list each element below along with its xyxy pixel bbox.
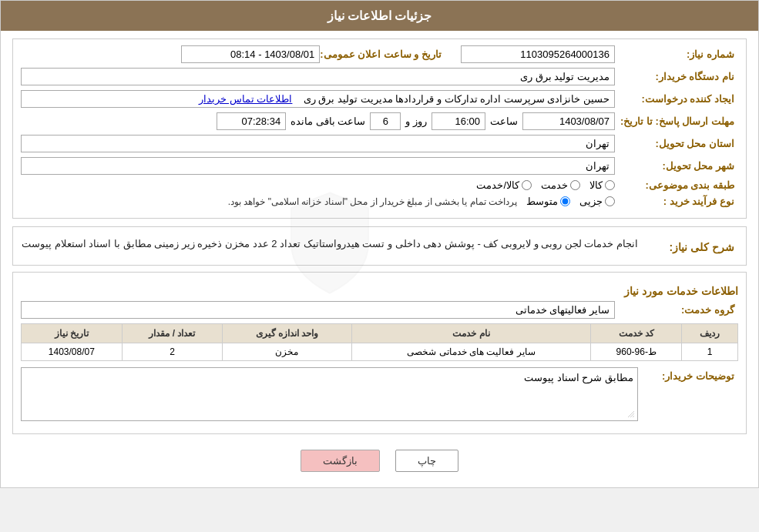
svg-line-2	[633, 416, 634, 417]
city-label: شهر محل تحویل:	[615, 160, 738, 172]
cell-unit: مخزن	[223, 343, 351, 361]
purchase-jozii-radio[interactable]	[605, 196, 615, 206]
city-row: شهر محل تحویل: تهران	[21, 157, 738, 175]
category-row: طبقه بندی موضوعی: کالا خدمت کالا/خدمت	[21, 179, 738, 191]
category-kala-radio[interactable]	[605, 180, 615, 190]
city-value: تهران	[21, 157, 615, 175]
buttons-row: چاپ بازگشت	[12, 442, 747, 480]
purchase-jozii-label: جزیی	[579, 196, 603, 207]
response-date-label: مهلت ارسال پاسخ: تا تاریخ:	[615, 115, 738, 127]
response-days-value: 6	[370, 112, 401, 130]
purchase-motovaset-label: متوسط	[526, 196, 558, 207]
buyer-desc-label: توضیحات خریدار:	[638, 367, 738, 382]
col-header-code: کد خدمت	[591, 324, 682, 343]
province-value: تهران	[21, 135, 615, 152]
purchase-motovaset-radio[interactable]	[560, 196, 570, 206]
narration-label: شرح کلی نیاز:	[638, 241, 738, 253]
province-label: استان محل تحویل:	[615, 138, 738, 149]
cell-date: 1403/08/07	[22, 343, 123, 361]
need-number-label: شماره نیاز:	[615, 49, 738, 60]
creator-label: ایجاد کننده درخواست:	[615, 93, 738, 105]
cell-name: سایر فعالیت های خدماتی شخصی	[351, 343, 591, 361]
buyer-org-value: مدیریت تولید برق ری	[21, 68, 615, 85]
service-group-label: گروه خدمت:	[615, 304, 738, 316]
service-info-title: اطلاعات خدمات مورد نیاز	[21, 285, 738, 297]
content-area: شماره نیاز: 1103095264000136 تاریخ و ساع…	[1, 31, 758, 487]
narration-text: انجام خدمات لجن روبی و لایروبی کف - پوشش…	[21, 235, 638, 253]
back-button[interactable]: بازگشت	[301, 450, 380, 472]
cell-row: 1	[682, 343, 738, 361]
response-time-value: 16:00	[432, 112, 485, 130]
date-label: تاریخ و ساعت اعلان عمومی:	[320, 49, 445, 60]
response-date-group: 1403/08/07 ساعت 16:00 روز و 6 ساعت باقی …	[21, 112, 615, 130]
col-header-unit: واحد اندازه گیری	[223, 324, 351, 343]
print-button[interactable]: چاپ	[395, 450, 458, 472]
response-date-value: 1403/08/07	[522, 112, 615, 130]
category-radio-group: کالا خدمت کالا/خدمت	[21, 179, 615, 191]
main-form-section: شماره نیاز: 1103095264000136 تاریخ و ساع…	[12, 38, 747, 219]
category-kala-label: کالا	[589, 179, 603, 191]
purchase-motovaset-option[interactable]: متوسط	[526, 196, 570, 207]
service-group-value: سایر فعالیتهای خدماتی	[21, 301, 615, 319]
category-khedmat-label: خدمت	[541, 179, 568, 191]
need-number-row: شماره نیاز: 1103095264000136 تاریخ و ساع…	[21, 45, 738, 63]
response-remaining-label: ساعت باقی مانده	[291, 115, 365, 127]
category-khedmat-radio[interactable]	[570, 180, 580, 190]
buyer-org-row: نام دستگاه خریدار: مدیریت تولید برق ری	[21, 68, 738, 85]
page-container: جزئیات اطلاعات نیاز شماره نیاز: 11030952…	[0, 0, 759, 488]
response-remaining-value: 07:28:34	[217, 112, 286, 130]
service-info-section: اطلاعات خدمات مورد نیاز گروه خدمت: سایر …	[12, 272, 747, 434]
service-group-row: گروه خدمت: سایر فعالیتهای خدماتی	[21, 301, 738, 319]
category-khedmat-option[interactable]: خدمت	[541, 179, 580, 191]
service-table: ردیف کد خدمت نام خدمت واحد اندازه گیری ت…	[21, 323, 738, 361]
cell-count: 2	[122, 343, 223, 361]
creator-name-text: حسین خانزادی سرپرست اداره تداركات و قرار…	[304, 93, 610, 105]
buyer-org-label: نام دستگاه خریدار:	[615, 71, 738, 82]
creator-row: ایجاد کننده درخواست: حسین خانزادی سرپرست…	[21, 90, 738, 108]
purchase-note: پرداخت تمام یا بخشی از مبلغ خریدار از مح…	[21, 196, 517, 207]
response-date-row: مهلت ارسال پاسخ: تا تاریخ: 1403/08/07 سا…	[21, 112, 738, 130]
page-title: جزئیات اطلاعات نیاز	[327, 9, 432, 22]
need-number-value: 1103095264000136	[461, 45, 615, 63]
creator-name: حسین خانزادی سرپرست اداره تداركات و قرار…	[21, 90, 615, 108]
purchase-type-row: نوع فرآیند خرید : جزیی متوسط پرداخت تمام…	[21, 196, 738, 207]
category-kala-khedmat-radio[interactable]	[522, 180, 532, 190]
category-kala-khedmat-option[interactable]: کالا/خدمت	[476, 179, 532, 191]
response-time-label: ساعت	[490, 115, 518, 127]
col-header-date: تاریخ نیاز	[22, 324, 123, 343]
cell-code: ط-96-960	[591, 343, 682, 361]
col-header-row: ردیف	[682, 324, 738, 343]
buyer-desc-value: مطابق شرح اسناد پیوست	[25, 372, 633, 383]
table-row: 1 ط-96-960 سایر فعالیت های خدماتی شخصی م…	[22, 343, 738, 361]
buyer-desc-box: توضیحات خریدار: مطابق شرح اسناد پیوست	[21, 367, 738, 421]
creator-link[interactable]: اطلاعات تماس خریدار	[199, 93, 292, 105]
purchase-type-label: نوع فرآیند خرید :	[615, 196, 738, 207]
page-header: جزئیات اطلاعات نیاز	[1, 1, 758, 31]
response-days-label: روز و	[405, 115, 427, 127]
purchase-jozii-option[interactable]: جزیی	[579, 196, 615, 207]
col-header-name: نام خدمت	[351, 324, 591, 343]
category-label: طبقه بندی موضوعی:	[615, 179, 738, 191]
narration-section: شرح کلی نیاز: انجام خدمات لجن روبی و لای…	[12, 226, 747, 266]
purchase-type-radio-group: جزیی متوسط پرداخت تمام یا بخشی از مبلغ خ…	[21, 196, 615, 207]
category-kala-khedmat-label: کالا/خدمت	[476, 179, 519, 191]
date-value: 1403/08/01 - 08:14	[181, 45, 320, 63]
province-row: استان محل تحویل: تهران	[21, 135, 738, 152]
category-kala-option[interactable]: کالا	[589, 179, 615, 191]
col-header-count: تعداد / مقدار	[122, 324, 223, 343]
